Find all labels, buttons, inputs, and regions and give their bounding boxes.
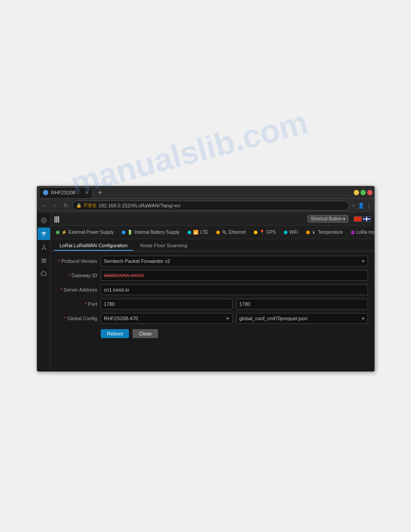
svg-rect-11	[41, 262, 46, 263]
refresh-button[interactable]: ↻	[61, 201, 70, 210]
tab-gps[interactable]: 📍 GPS	[250, 227, 279, 238]
language-flags	[354, 216, 371, 222]
maximize-button[interactable]	[360, 190, 366, 195]
protocol-version-select[interactable]: Semtech Packet Forwarder v2	[101, 256, 368, 266]
tab-lte[interactable]: 📶 LTE	[184, 227, 212, 238]
tab-lorawan-config[interactable]: LoRai.LoRaWAN Configuration	[54, 241, 133, 251]
tab-title: RHF2S208	[51, 190, 75, 195]
svg-point-4	[42, 249, 43, 250]
status-dot-ethernet	[216, 231, 220, 234]
app-content: ||| Shortcut Button ▾	[37, 212, 374, 371]
status-dot-external	[56, 231, 60, 234]
flag-china[interactable]	[354, 216, 362, 222]
gateway-id-label: Gateway ID	[57, 273, 97, 278]
svg-point-3	[43, 245, 44, 246]
tab-temperature[interactable]: 🌡 Temperature	[303, 227, 347, 238]
status-dot-battery	[122, 231, 125, 234]
protocol-version-row: Protocol Version Semtech Packet Forwarde…	[57, 256, 368, 266]
status-dot-lte	[188, 231, 191, 234]
tab-favicon	[43, 190, 48, 195]
action-buttons: Reboot Close	[57, 329, 368, 338]
menu-icon[interactable]: ⋮	[366, 202, 372, 209]
window-controls	[354, 190, 372, 195]
status-dot-gps	[254, 231, 257, 234]
port-row: Port	[57, 299, 368, 309]
svg-line-8	[44, 248, 46, 249]
back-button[interactable]: ←	[40, 201, 49, 210]
status-dot-temperature	[306, 231, 310, 234]
tab-bar: RHF2S208 ✕ +	[37, 186, 374, 199]
status-dot-lora0	[351, 231, 355, 234]
global-config-label: Global Config	[57, 316, 97, 321]
config-tabs: LoRai.LoRaWAN Configuration Noise Floor …	[51, 239, 374, 251]
tab-ethernet[interactable]: 🔌 Ethernet	[213, 227, 249, 238]
protocol-version-label: Protocol Version	[57, 258, 97, 264]
url-security-label: 不安全	[83, 202, 97, 209]
minimize-button[interactable]	[354, 190, 359, 195]
url-box[interactable]: 🔒 不安全 192.168.0.152/#/LoRaWAN/?lang=en	[72, 201, 349, 210]
global-config-select-wrapper-2: global_conf_cn470prequel.json ▼	[236, 313, 368, 324]
server-address-label: * Server Address	[57, 287, 97, 292]
tab-noise-floor[interactable]: Noise Floor Scanning	[135, 241, 193, 251]
close-button[interactable]: Close	[133, 329, 158, 338]
tab-wifi[interactable]: WiFi	[280, 227, 302, 238]
protocol-version-select-wrapper: Semtech Packet Forwarder v2 ▼	[101, 256, 368, 266]
global-config-select-1[interactable]: RHF2S208-470	[101, 313, 233, 324]
main-panel: ||| Shortcut Button ▾	[51, 212, 374, 371]
tab-external-power[interactable]: ⚡ External Power Supply	[52, 227, 117, 238]
shortcut-button[interactable]: Shortcut Button ▾	[308, 215, 348, 223]
tab-close-btn[interactable]: ✕	[85, 190, 89, 195]
status-dot-wifi	[284, 231, 287, 234]
flag-uk[interactable]	[363, 216, 371, 222]
server-address-row: * Server Address	[57, 284, 368, 295]
app-logo: |||	[54, 215, 60, 223]
sidebar-item-globe[interactable]	[38, 214, 50, 227]
sidebar	[37, 212, 51, 371]
new-tab-button[interactable]: +	[94, 187, 105, 198]
sidebar-item-fork[interactable]	[38, 241, 50, 253]
browser-window: RHF2S208 ✕ + ← → ↻ 🔒 不安全 192.168.0.152/#…	[37, 186, 375, 372]
tab-lora-module-0[interactable]: LoRa module 0	[347, 227, 374, 238]
sidebar-item-cloud[interactable]	[38, 268, 50, 280]
svg-line-7	[42, 248, 44, 249]
global-config-row: Global Config RHF2S208-470 ▼ global_conf…	[57, 313, 368, 324]
sidebar-item-list[interactable]	[38, 254, 50, 267]
svg-rect-9	[41, 259, 46, 260]
browser-tab[interactable]: RHF2S208 ✕	[39, 187, 93, 198]
port-input-1[interactable]	[101, 299, 233, 309]
global-config-select-wrapper-1: RHF2S208-470 ▼	[101, 313, 233, 324]
global-config-select-2[interactable]: global_conf_cn470prequel.json	[236, 313, 368, 324]
svg-point-2	[43, 236, 44, 236]
tab-internal-battery[interactable]: 🔋 Internal Battery Supply	[118, 227, 183, 238]
status-tabs: ⚡ External Power Supply 🔋 Internal Batte…	[51, 226, 374, 239]
address-actions: ☆ 👤 ⋮	[351, 202, 372, 209]
gateway-id-row: Gateway ID	[57, 270, 368, 281]
port-label: Port	[57, 301, 97, 307]
form-area: Protocol Version Semtech Packet Forwarde…	[51, 251, 374, 371]
url-text: 192.168.0.152/#/LoRaWAN/?lang=en	[98, 203, 180, 208]
reboot-button[interactable]: Reboot	[101, 329, 129, 338]
server-address-input[interactable]	[101, 284, 368, 295]
top-header: ||| Shortcut Button ▾	[51, 212, 374, 226]
address-bar: ← → ↻ 🔒 不安全 192.168.0.152/#/LoRaWAN/?lan…	[37, 199, 374, 212]
svg-rect-10	[41, 260, 46, 261]
forward-button[interactable]: →	[51, 201, 60, 210]
account-icon[interactable]: 👤	[358, 202, 364, 209]
security-icon: 🔒	[76, 203, 81, 208]
bookmark-icon[interactable]: ☆	[351, 202, 356, 209]
svg-point-5	[45, 249, 46, 250]
close-window-button[interactable]	[367, 190, 372, 195]
port-input-2[interactable]	[236, 299, 368, 309]
gateway-id-input[interactable]	[101, 270, 368, 281]
sidebar-item-wifi[interactable]	[38, 227, 50, 240]
